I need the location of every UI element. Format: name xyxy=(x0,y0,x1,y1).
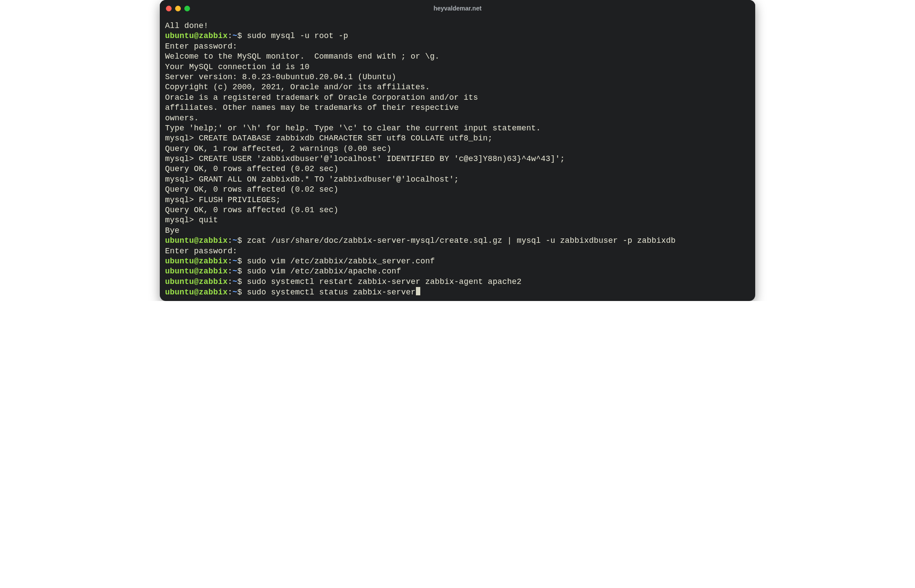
prompt-user: ubuntu xyxy=(165,267,194,276)
output-line: Enter password: xyxy=(165,246,750,256)
prompt-line: ubuntu@zabbix:~$ sudo systemctl restart … xyxy=(165,277,750,287)
prompt-path: ~ xyxy=(232,288,237,297)
prompt-line: ubuntu@zabbix:~$ sudo systemctl status z… xyxy=(165,287,750,298)
output-line: affiliates. Other names may be trademark… xyxy=(165,103,750,113)
prompt-host: zabbix xyxy=(199,32,228,40)
prompt-colon: : xyxy=(228,267,232,276)
command-text: sudo systemctl restart zabbix-server zab… xyxy=(247,277,521,286)
output-line: Welcome to the MySQL monitor. Commands e… xyxy=(165,52,750,62)
terminal-body[interactable]: All done! ubuntu@zabbix:~$ sudo mysql -u… xyxy=(160,17,755,301)
cursor-icon xyxy=(416,287,420,295)
prompt-dollar: $ xyxy=(237,257,247,266)
prompt-user: ubuntu xyxy=(165,32,194,40)
output-line: mysql> FLUSH PRIVILEGES; xyxy=(165,195,750,205)
prompt-line: ubuntu@zabbix:~$ sudo vim /etc/zabbix/za… xyxy=(165,256,750,266)
prompt-host: zabbix xyxy=(199,257,228,266)
output-line: Server version: 8.0.23-0ubuntu0.20.04.1 … xyxy=(165,72,750,82)
output-line: owners. xyxy=(165,113,750,123)
output-line: Query OK, 0 rows affected (0.01 sec) xyxy=(165,205,750,215)
prompt-colon: : xyxy=(228,257,232,266)
prompt-dollar: $ xyxy=(237,32,247,40)
output-line: Query OK, 0 rows affected (0.02 sec) xyxy=(165,164,750,174)
prompt-at: @ xyxy=(194,32,199,40)
prompt-colon: : xyxy=(228,236,232,245)
output-line: Copyright (c) 2000, 2021, Oracle and/or … xyxy=(165,82,750,92)
prompt-path: ~ xyxy=(232,267,237,276)
prompt-line: ubuntu@zabbix:~$ sudo mysql -u root -p xyxy=(165,31,750,41)
output-line: Your MySQL connection id is 10 xyxy=(165,62,750,72)
window-title: heyvaldemar.net xyxy=(160,5,755,12)
prompt-colon: : xyxy=(228,32,232,40)
prompt-host: zabbix xyxy=(199,277,228,286)
prompt-dollar: $ xyxy=(237,236,247,245)
prompt-path: ~ xyxy=(232,236,237,245)
output-line: mysql> CREATE DATABASE zabbixdb CHARACTE… xyxy=(165,133,750,144)
close-icon[interactable] xyxy=(166,6,172,11)
command-text: zcat /usr/share/doc/zabbix-server-mysql/… xyxy=(247,236,676,245)
output-line: mysql> CREATE USER 'zabbixdbuser'@'local… xyxy=(165,154,750,164)
prompt-path: ~ xyxy=(232,32,237,40)
output-line: Query OK, 1 row affected, 2 warnings (0.… xyxy=(165,144,750,154)
command-text: sudo systemctl status zabbix-server xyxy=(247,288,415,297)
prompt-line: ubuntu@zabbix:~$ sudo vim /etc/zabbix/ap… xyxy=(165,266,750,276)
prompt-at: @ xyxy=(194,277,199,286)
prompt-path: ~ xyxy=(232,257,237,266)
prompt-line: ubuntu@zabbix:~$ zcat /usr/share/doc/zab… xyxy=(165,236,750,246)
prompt-at: @ xyxy=(194,267,199,276)
titlebar: heyvaldemar.net xyxy=(160,0,755,17)
zoom-icon[interactable] xyxy=(184,6,190,11)
output-line: mysql> quit xyxy=(165,215,750,225)
output-line: Oracle is a registered trademark of Orac… xyxy=(165,93,750,103)
output-line: Bye xyxy=(165,226,750,236)
prompt-dollar: $ xyxy=(237,288,247,297)
terminal-window: heyvaldemar.net All done! ubuntu@zabbix:… xyxy=(160,0,755,301)
prompt-host: zabbix xyxy=(199,267,228,276)
output-line: All done! xyxy=(165,21,750,31)
prompt-host: zabbix xyxy=(199,236,228,245)
prompt-at: @ xyxy=(194,288,199,297)
prompt-dollar: $ xyxy=(237,277,247,286)
output-line: mysql> GRANT ALL ON zabbixdb.* TO 'zabbi… xyxy=(165,175,750,185)
output-line: Type 'help;' or '\h' for help. Type '\c'… xyxy=(165,123,750,133)
prompt-dollar: $ xyxy=(237,267,247,276)
prompt-at: @ xyxy=(194,257,199,266)
command-text: sudo vim /etc/zabbix/zabbix_server.conf xyxy=(247,257,435,266)
prompt-host: zabbix xyxy=(199,288,228,297)
minimize-icon[interactable] xyxy=(175,6,181,11)
command-text: sudo mysql -u root -p xyxy=(247,32,348,40)
prompt-user: ubuntu xyxy=(165,257,194,266)
command-text: sudo vim /etc/zabbix/apache.conf xyxy=(247,267,401,276)
prompt-path: ~ xyxy=(232,277,237,286)
prompt-user: ubuntu xyxy=(165,288,194,297)
prompt-colon: : xyxy=(228,277,232,286)
prompt-at: @ xyxy=(194,236,199,245)
prompt-user: ubuntu xyxy=(165,277,194,286)
output-line: Enter password: xyxy=(165,42,750,52)
prompt-colon: : xyxy=(228,288,232,297)
output-line: Query OK, 0 rows affected (0.02 sec) xyxy=(165,185,750,195)
prompt-user: ubuntu xyxy=(165,236,194,245)
traffic-lights xyxy=(166,6,190,11)
